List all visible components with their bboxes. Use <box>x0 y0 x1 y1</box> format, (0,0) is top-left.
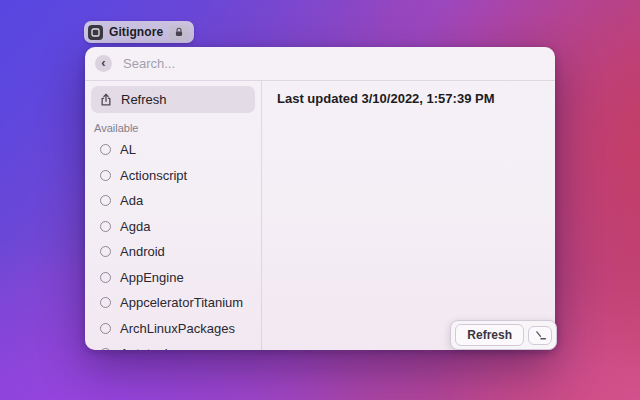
list-item[interactable]: Android <box>91 239 255 265</box>
list-item[interactable]: AppEngine <box>91 265 255 291</box>
list-item[interactable]: ArchLinuxPackages <box>91 316 255 342</box>
chevron-left-icon: ‹ <box>101 56 105 69</box>
circle-unselected-icon <box>100 272 111 283</box>
circle-unselected-icon <box>100 195 111 206</box>
list-item-label: AppEngine <box>120 270 184 285</box>
list-item-label: AppceleratorTitanium <box>120 295 243 310</box>
list-item-label: Actionscript <box>120 168 187 183</box>
sidebar-item-label: Refresh <box>121 92 167 107</box>
refresh-button[interactable]: Refresh <box>455 324 524 346</box>
desktop-background: Gitignore ‹ <box>0 0 640 400</box>
refresh-upload-icon <box>99 93 113 107</box>
available-list: AL Actionscript Ada Agda Android AppEngi… <box>91 137 255 350</box>
command-pill: Gitignore <box>84 21 194 43</box>
detail-pane: Last updated 3/10/2022, 1:57:39 PM <box>262 81 555 350</box>
list-item[interactable]: Ada <box>91 188 255 214</box>
enter-key-icon <box>528 326 552 345</box>
search-bar: ‹ <box>85 47 555 81</box>
list-item[interactable]: Agda <box>91 214 255 240</box>
circle-unselected-icon <box>100 348 111 350</box>
sidebar-item-refresh[interactable]: Refresh <box>91 86 255 113</box>
circle-unselected-icon <box>100 221 111 232</box>
action-bar: Refresh <box>450 320 557 350</box>
gitignore-app-icon <box>88 25 103 40</box>
circle-unselected-icon <box>100 144 111 155</box>
raycast-window: ‹ Refresh <box>85 47 555 350</box>
sidebar: Refresh Available AL Actionscript Ada Ag… <box>85 81 262 350</box>
list-item-label: ArchLinuxPackages <box>120 321 235 336</box>
list-item-label: AL <box>120 142 136 157</box>
circle-unselected-icon <box>100 297 111 308</box>
search-input[interactable] <box>121 55 545 72</box>
circle-unselected-icon <box>100 323 111 334</box>
circle-unselected-icon <box>100 246 111 257</box>
section-header-available: Available <box>94 122 252 134</box>
list-item-label: Ada <box>120 193 143 208</box>
list-item-label: Agda <box>120 219 150 234</box>
list-item-label: Autotools <box>120 346 174 350</box>
circle-unselected-icon <box>100 170 111 181</box>
command-name: Gitignore <box>109 25 163 39</box>
list-item[interactable]: Autotools <box>91 341 255 350</box>
list-item[interactable]: AppceleratorTitanium <box>91 290 255 316</box>
list-item[interactable]: Actionscript <box>91 163 255 189</box>
last-updated-text: Last updated 3/10/2022, 1:57:39 PM <box>277 91 540 106</box>
list-item-label: Android <box>120 244 165 259</box>
list-item[interactable]: AL <box>91 137 255 163</box>
back-button[interactable]: ‹ <box>95 55 112 72</box>
lock-icon <box>169 25 189 40</box>
